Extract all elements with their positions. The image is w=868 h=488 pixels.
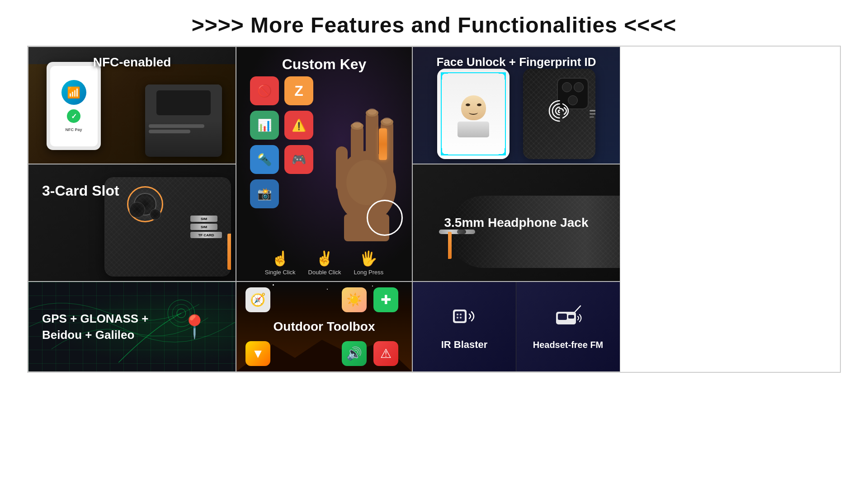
svg-line-26: [575, 306, 580, 312]
ir-fm-cell: IR Blaster Headset-free FM: [412, 282, 620, 372]
card-slots: SIM SIM TF CARD: [190, 216, 222, 238]
side-button-indicator: [367, 200, 403, 236]
fm-icon: [552, 304, 584, 336]
app-icon-3: 📊: [250, 111, 279, 140]
gps-label: GPS + GLONASS +Beidou + Galileo: [42, 312, 149, 342]
svg-rect-25: [568, 315, 574, 319]
outdoor-icon-sun: ☀️: [342, 287, 367, 312]
svg-point-12: [346, 160, 387, 205]
face-phone-left: [437, 69, 509, 159]
fm-half: Headset-free FM: [516, 282, 620, 371]
gps-cell: GPS + GLONASS +Beidou + Galileo 📍: [28, 282, 236, 372]
custom-key-cell: Custom Key 🚫 Z 📊 ⚠️ 🔦 🎮 📸: [236, 47, 412, 282]
svg-rect-4: [336, 146, 348, 192]
nfc-label: NFC-enabled: [28, 55, 236, 70]
svg-point-10: [368, 108, 377, 115]
card-slot-cell: 3-Card Slot SIM SIM TF CARD: [28, 164, 236, 282]
svg-point-22: [460, 317, 462, 319]
nfc-cell: 📶 ✓ NFC Pay NFC-enabled: [28, 47, 236, 164]
face-phones-container: [413, 69, 620, 164]
orange-stripe: [227, 234, 231, 270]
app-icon-6: 🎮: [284, 145, 313, 174]
svg-point-21: [457, 317, 458, 319]
nfc-terminal: [145, 84, 222, 157]
single-click-icon: ☝️: [271, 250, 289, 267]
outdoor-title: Outdoor Toolbox: [274, 319, 375, 334]
tf-slot: TF CARD: [190, 232, 222, 238]
sim-slot-1: SIM: [190, 216, 217, 222]
long-press-icon: 🖐️: [359, 250, 377, 267]
headphone-title: 3.5mm Headphone Jack: [444, 216, 588, 230]
svg-rect-18: [455, 311, 465, 321]
face-phone-right: [523, 69, 595, 159]
single-click-label: Single Click: [265, 269, 296, 276]
ir-icon: [448, 303, 480, 335]
click-types-row: ☝️ Single Click ✌️ Double Click 🖐️ Long …: [236, 250, 412, 276]
gps-title: GPS + GLONASS +Beidou + Galileo: [42, 310, 149, 343]
sim-slot-2: SIM: [190, 224, 217, 230]
svg-point-11: [382, 117, 392, 124]
double-click-label: Double Click: [308, 269, 341, 276]
outdoor-icon-speaker: 🔊: [342, 341, 367, 366]
face-unlock-title: Face Unlock + Fingerprint ID: [413, 55, 620, 69]
outdoor-cell: 🧭 ☀️ ✚ ▼ 🔊 ⚠ Outdoor Toolbox: [236, 282, 412, 372]
outdoor-icon-alert: ⚠: [373, 341, 398, 366]
svg-point-20: [460, 314, 462, 315]
double-click-icon: ✌️: [316, 250, 334, 267]
ir-blaster-label: IR Blaster: [441, 339, 488, 351]
outdoor-icon-arrow: ▼: [245, 341, 270, 366]
app-icons-grid: 🚫 Z 📊 ⚠️ 🔦 🎮 📸: [250, 76, 313, 208]
headphone-cell: 3.5mm Headphone Jack: [412, 164, 620, 282]
app-icon-2: Z: [284, 76, 313, 105]
outdoor-icon-crosshair: ✚: [373, 287, 398, 312]
side-button: [379, 128, 387, 160]
double-click-type: ✌️ Double Click: [308, 250, 341, 276]
app-icon-5: 🔦: [250, 145, 279, 174]
app-icon-1: 🚫: [250, 76, 279, 105]
features-grid: 📶 ✓ NFC Pay NFC-enabled Custom Key 🚫 Z 📊: [27, 46, 841, 373]
long-press-label: Long Press: [354, 269, 384, 276]
svg-point-19: [457, 314, 458, 315]
svg-rect-24: [558, 314, 567, 320]
page-title: >>>> More Features and Functionalities <…: [0, 0, 868, 46]
svg-point-9: [353, 122, 362, 128]
app-icon-4: ⚠️: [284, 111, 313, 140]
long-press-type: 🖐️ Long Press: [354, 250, 384, 276]
face-unlock-cell: Face Unlock + Fingerprint ID: [412, 47, 620, 164]
custom-key-title: Custom Key: [236, 56, 412, 73]
nfc-phone: 📶 ✓ NFC Pay: [47, 62, 101, 150]
gps-pin: 📍: [180, 314, 208, 340]
single-click-type: ☝️ Single Click: [265, 250, 296, 276]
fm-label: Headset-free FM: [533, 340, 604, 350]
card-phone-body: SIM SIM TF CARD: [104, 177, 231, 277]
outdoor-icon-compass: 🧭: [245, 287, 270, 312]
card-slot-title: 3-Card Slot: [42, 183, 119, 199]
app-icon-7: 📸: [250, 179, 279, 208]
ir-blaster-half: IR Blaster: [413, 282, 516, 371]
